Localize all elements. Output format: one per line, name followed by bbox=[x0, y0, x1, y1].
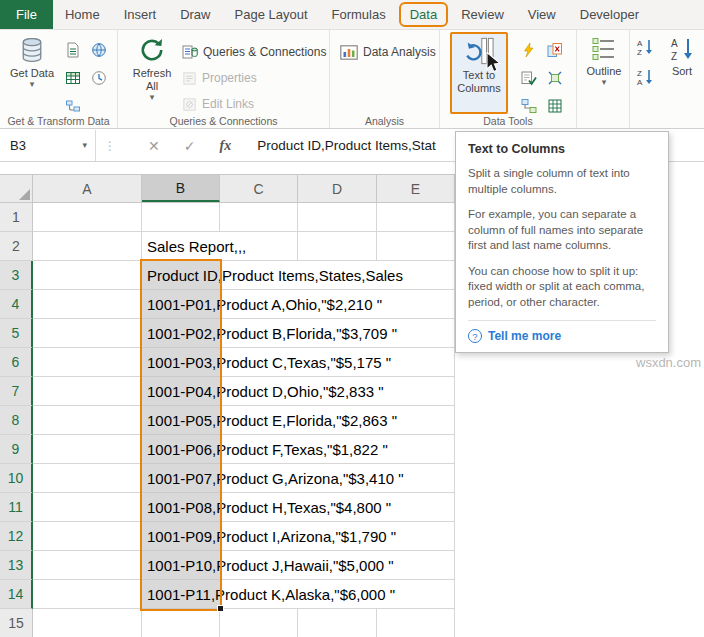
row-header-4[interactable]: 4 bbox=[0, 290, 33, 319]
cell-D2[interactable] bbox=[298, 232, 377, 261]
cell-A7[interactable] bbox=[33, 377, 142, 406]
from-web-button[interactable] bbox=[86, 36, 112, 64]
cell-E15[interactable] bbox=[377, 609, 455, 637]
sort-za-button[interactable]: ZA bbox=[636, 68, 654, 86]
tab-formulas[interactable]: Formulas bbox=[320, 0, 398, 29]
text-to-columns-button[interactable]: Text to Columns bbox=[450, 32, 508, 114]
watermark: wsxdn.com bbox=[636, 355, 701, 370]
insert-function-icon[interactable] bbox=[219, 138, 231, 154]
tooltip-paragraph: Split a single column of text into multi… bbox=[468, 166, 656, 197]
refresh-all-button[interactable]: Refresh All bbox=[126, 32, 178, 116]
refresh-icon bbox=[138, 36, 166, 64]
column-header-D[interactable]: D bbox=[298, 175, 377, 202]
group-sort-filter: AZ ZA AZ Sort bbox=[630, 30, 704, 128]
from-text-csv-button[interactable] bbox=[60, 36, 86, 64]
flash-fill-button[interactable] bbox=[516, 36, 542, 64]
tab-insert[interactable]: Insert bbox=[112, 0, 169, 29]
sort-az-button[interactable]: AZ bbox=[636, 38, 654, 56]
row-header-10[interactable]: 10 bbox=[0, 464, 33, 493]
sheet-row-10: 101001-P07,Product G,Arizona,"$3,410 " bbox=[0, 464, 455, 493]
data-validation-button[interactable] bbox=[516, 64, 542, 92]
dropdown-caret-icon bbox=[30, 80, 35, 89]
cell-B1[interactable] bbox=[142, 203, 220, 232]
tab-page-layout[interactable]: Page Layout bbox=[223, 0, 320, 29]
row-header-7[interactable]: 7 bbox=[0, 377, 33, 406]
fill-handle[interactable] bbox=[217, 605, 224, 612]
cell-A13[interactable] bbox=[33, 551, 142, 580]
enter-icon[interactable] bbox=[184, 138, 196, 154]
sort-button[interactable]: AZ Sort bbox=[662, 32, 702, 116]
cell-A6[interactable] bbox=[33, 348, 142, 377]
outline-button[interactable]: Outline bbox=[583, 32, 625, 116]
flash-fill-icon bbox=[521, 42, 537, 58]
cell-A4[interactable] bbox=[33, 290, 142, 319]
cell-A8[interactable] bbox=[33, 406, 142, 435]
cell-A11[interactable] bbox=[33, 493, 142, 522]
cell-C1[interactable] bbox=[220, 203, 298, 232]
cell-A5[interactable] bbox=[33, 319, 142, 348]
select-all-corner[interactable] bbox=[0, 175, 33, 202]
cell-D15[interactable] bbox=[298, 609, 377, 637]
row-header-1[interactable]: 1 bbox=[0, 203, 33, 232]
cell-text: 1001-P01,Product A,Ohio,"$2,210 " bbox=[142, 296, 382, 313]
column-header-C[interactable]: C bbox=[220, 175, 298, 202]
dropdown-caret-icon bbox=[602, 78, 607, 87]
tab-home[interactable]: Home bbox=[53, 0, 112, 29]
row-header-14[interactable]: 14 bbox=[0, 580, 33, 609]
column-header-A[interactable]: A bbox=[33, 175, 142, 202]
cell-E2[interactable] bbox=[377, 232, 455, 261]
properties-button[interactable]: Properties bbox=[182, 67, 257, 89]
svg-text:A: A bbox=[637, 78, 643, 86]
tab-view[interactable]: View bbox=[516, 0, 568, 29]
formula-input[interactable]: Product ID,Product Items,Stat bbox=[257, 138, 453, 153]
formula-bar-grip[interactable] bbox=[96, 139, 124, 153]
cell-A2[interactable] bbox=[33, 232, 142, 261]
row-header-3[interactable]: 3 bbox=[0, 261, 33, 290]
outline-icon bbox=[591, 36, 617, 62]
cell-A10[interactable] bbox=[33, 464, 142, 493]
column-header-E[interactable]: E bbox=[377, 175, 455, 202]
from-table-range-button[interactable] bbox=[60, 64, 86, 92]
row-header-8[interactable]: 8 bbox=[0, 406, 33, 435]
clock-icon bbox=[91, 70, 107, 86]
cell-A3[interactable] bbox=[33, 261, 142, 290]
cell-A9[interactable] bbox=[33, 435, 142, 464]
recent-sources-button[interactable] bbox=[86, 64, 112, 92]
get-data-button[interactable]: Get Data bbox=[8, 32, 56, 116]
cell-E1[interactable] bbox=[377, 203, 455, 232]
row-header-12[interactable]: 12 bbox=[0, 522, 33, 551]
cell-A15[interactable] bbox=[33, 609, 142, 637]
queries-connections-button[interactable]: Queries & Connections bbox=[182, 41, 326, 63]
tab-label: Home bbox=[65, 7, 100, 22]
tab-draw[interactable]: Draw bbox=[168, 0, 222, 29]
tab-review[interactable]: Review bbox=[449, 0, 516, 29]
tab-developer[interactable]: Developer bbox=[568, 0, 651, 29]
tab-file[interactable]: File bbox=[0, 0, 53, 29]
row-header-9[interactable]: 9 bbox=[0, 435, 33, 464]
cell-A14[interactable] bbox=[33, 580, 142, 609]
queries-connections-icon bbox=[182, 44, 198, 60]
cancel-icon[interactable] bbox=[148, 138, 160, 154]
row-header-15[interactable]: 15 bbox=[0, 609, 33, 637]
cell-D1[interactable] bbox=[298, 203, 377, 232]
svg-text:A: A bbox=[671, 38, 678, 49]
row-header-11[interactable]: 11 bbox=[0, 493, 33, 522]
cell-B15[interactable] bbox=[142, 609, 220, 637]
remove-duplicates-button[interactable] bbox=[542, 36, 568, 64]
edit-links-button[interactable]: Edit Links bbox=[182, 93, 254, 115]
cell-A1[interactable] bbox=[33, 203, 142, 232]
row-header-2[interactable]: 2 bbox=[0, 232, 33, 261]
name-box[interactable]: B3 bbox=[0, 130, 96, 161]
cell-A12[interactable] bbox=[33, 522, 142, 551]
consolidate-button[interactable] bbox=[542, 64, 568, 92]
cell-B2[interactable]: Sales Report,,, bbox=[142, 232, 298, 261]
row-header-13[interactable]: 13 bbox=[0, 551, 33, 580]
data-analysis-button[interactable]: Data Analysis bbox=[340, 41, 436, 63]
row-header-6[interactable]: 6 bbox=[0, 348, 33, 377]
tell-me-more-link[interactable]: Tell me more bbox=[488, 329, 561, 343]
row-header-5[interactable]: 5 bbox=[0, 319, 33, 348]
sheet-row-1: 1 bbox=[0, 203, 455, 232]
column-header-B[interactable]: B bbox=[142, 175, 220, 202]
tab-data[interactable]: Data bbox=[398, 0, 449, 29]
cell-C15[interactable] bbox=[220, 609, 298, 637]
